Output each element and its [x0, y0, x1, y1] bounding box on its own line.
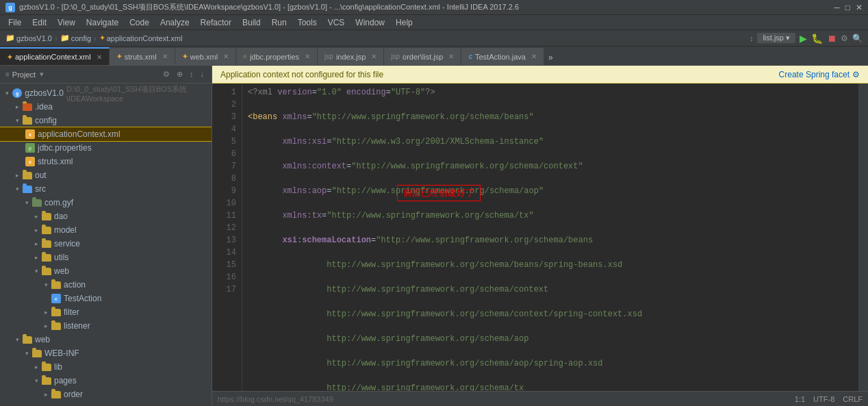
tree-label: web [54, 266, 69, 276]
tree-label: listener [64, 321, 90, 331]
tree-expand-icon: ▾ [22, 199, 31, 206]
line-col-indicator: 1:1 [795, 395, 805, 403]
tree-label: order [64, 390, 83, 399]
menu-item-help[interactable]: Help [390, 16, 418, 29]
tab-close-icon[interactable]: ✕ [305, 53, 310, 60]
create-spring-facet-link[interactable]: Create Spring facet ⚙ [779, 70, 860, 79]
tree-node-web-package[interactable]: ▾ web [0, 264, 212, 278]
close-button[interactable]: ✕ [856, 3, 863, 12]
tree-expand-icon: ▾ [12, 186, 22, 192]
tree-node-webinf[interactable]: ▾ WEB-INF [0, 346, 212, 360]
tree-expand-icon: ▸ [12, 103, 22, 110]
tree-node-out[interactable]: ▸ out [0, 168, 212, 182]
tree-label: dao [54, 212, 68, 221]
src-folder-icon [22, 184, 33, 194]
app-icon: g [5, 3, 15, 12]
menu-item-view[interactable]: View [52, 16, 81, 29]
tree-node-model[interactable]: ▸ model [0, 223, 212, 237]
tree-label: model [54, 225, 77, 235]
tree-node-utils[interactable]: ▸ utils [0, 251, 212, 264]
menu-item-vcs[interactable]: VCS [322, 16, 350, 29]
panel-scroll-icon[interactable]: ↓ [199, 69, 207, 79]
menu-bar: FileEditViewNavigateCodeAnalyzeRefactorB… [0, 15, 868, 30]
tab-web[interactable]: ✦ web.xml ✕ [175, 47, 236, 65]
menu-item-window[interactable]: Window [350, 16, 390, 29]
menu-item-code[interactable]: Code [124, 16, 155, 29]
tab-close-icon[interactable]: ✕ [162, 53, 168, 60]
tree-node-config[interactable]: ▾ config [0, 114, 212, 127]
tree-node-jdbc[interactable]: p jdbc.properties [0, 141, 212, 155]
breadcrumb-file[interactable]: ✦ applicationContext.xml [99, 34, 183, 42]
status-message: https://blog.csdn.net/qq_41783349 [218, 395, 333, 403]
tree-node-com-gyf[interactable]: ▾ com.gyf [0, 196, 212, 210]
folder-icon [51, 321, 62, 331]
tree-node-filter[interactable]: ▸ filter [0, 305, 212, 319]
tree-node-lib[interactable]: ▸ lib [0, 360, 212, 374]
panel-add-icon[interactable]: ⊕ [175, 69, 185, 79]
jsp-tab-icon: jsp [391, 53, 400, 60]
menu-item-analyze[interactable]: Analyze [155, 16, 195, 29]
menu-item-tools[interactable]: Tools [292, 16, 322, 29]
tree-label: src [35, 184, 46, 194]
tree-node-test-action[interactable]: c TestAction [0, 292, 212, 305]
menu-item-build[interactable]: Build [237, 16, 266, 29]
title-bar: g gzbosV1.0 - [D:\0_0_study\01_SSH项目BOS系… [0, 0, 868, 15]
tree-node-struts[interactable]: x struts.xml [0, 155, 212, 168]
list-jsp-button[interactable]: list.jsp ▾ [757, 33, 795, 43]
tree-node-service[interactable]: ▸ service [0, 237, 212, 251]
tab-close-icon[interactable]: ✕ [97, 53, 102, 61]
run-button[interactable]: ▶ [800, 33, 807, 44]
editor-area: Application context not configured for t… [212, 66, 868, 406]
breadcrumb-gzbos[interactable]: 📁 gzbosV1.0 [5, 34, 52, 42]
panel-dropdown-icon[interactable]: ▾ [40, 70, 44, 79]
tab-application-context[interactable]: ✦ applicationContext.xml ✕ [0, 47, 110, 65]
menu-item-navigate[interactable]: Navigate [81, 16, 124, 29]
tree-label: struts.xml [38, 157, 73, 166]
tab-close-icon[interactable]: ✕ [371, 53, 376, 60]
more-button[interactable]: ⚙ [841, 34, 848, 43]
tab-jdbc[interactable]: ≡ jdbc.properties ✕ [236, 47, 318, 65]
menu-item-edit[interactable]: Edit [27, 16, 52, 29]
tab-close-icon[interactable]: ✕ [531, 53, 537, 60]
tab-close-icon[interactable]: ✕ [448, 53, 454, 60]
tree-node-src[interactable]: ▾ src [0, 182, 212, 196]
debug-button[interactable]: 🐛 [811, 33, 823, 44]
panel-header-controls: ⚙ ⊕ ↕ ↓ [161, 69, 206, 79]
breadcrumb-config[interactable]: 📁 config [60, 34, 91, 42]
tab-close-icon[interactable]: ✕ [223, 53, 229, 60]
tree-expand-icon: ▾ [12, 117, 22, 124]
tab-index[interactable]: jsp index.jsp ✕ [318, 47, 384, 65]
tree-label: gzbosV1.0 [25, 88, 64, 98]
maximize-button[interactable]: □ [845, 3, 850, 12]
panel-gear-icon[interactable]: ⚙ [161, 69, 172, 79]
tree-expand-icon: ▾ [12, 336, 22, 343]
stop-button[interactable]: ⏹ [827, 33, 837, 44]
tab-order-list[interactable]: jsp order\list.jsp ✕ [384, 47, 461, 65]
tab-overflow-button[interactable]: » [546, 50, 556, 65]
tree-node-web-root[interactable]: ▾ web [0, 333, 212, 346]
jsp-tab-icon: jsp [324, 53, 333, 60]
tree-node-gzbos[interactable]: ▾ g gzbosV1.0 D:\0_0_study\01_SSH项目BOS系统… [0, 86, 212, 100]
menu-item-run[interactable]: Run [266, 16, 292, 29]
menu-item-refactor[interactable]: Refactor [195, 16, 237, 29]
tab-label: order\list.jsp [403, 53, 443, 61]
tree-node-action[interactable]: ▾ action [0, 278, 212, 292]
minimize-button[interactable]: ─ [834, 3, 840, 12]
tree-node-order[interactable]: ▸ order [0, 388, 212, 401]
menu-item-file[interactable]: File [3, 16, 27, 29]
panel-collapse-icon[interactable]: ≡ [5, 71, 10, 78]
tree-node-application-context[interactable]: x applicationContext.xml [0, 127, 212, 141]
info-banner: Application context not configured for t… [212, 66, 868, 84]
tree-node-listener[interactable]: ▸ listener [0, 319, 212, 333]
tab-test-action[interactable]: c TestAction.java ✕ [461, 47, 544, 65]
panel-sort-icon[interactable]: ↕ [188, 69, 196, 79]
tab-struts[interactable]: ✦ struts.xml ✕ [110, 47, 175, 65]
search-button[interactable]: 🔍 [852, 34, 863, 43]
tree-node-pages[interactable]: ▾ pages [0, 374, 212, 388]
status-bar: https://blog.csdn.net/qq_41783349 1:1 UT… [212, 391, 868, 406]
code-content[interactable]: <?xml version="1.0" encoding="UTF-8"?> <… [242, 84, 858, 391]
panel-title: Project [12, 71, 36, 79]
tab-label: applicationContext.xml [15, 53, 91, 61]
tree-node-dao[interactable]: ▸ dao [0, 210, 212, 223]
web-folder-icon [22, 335, 33, 344]
